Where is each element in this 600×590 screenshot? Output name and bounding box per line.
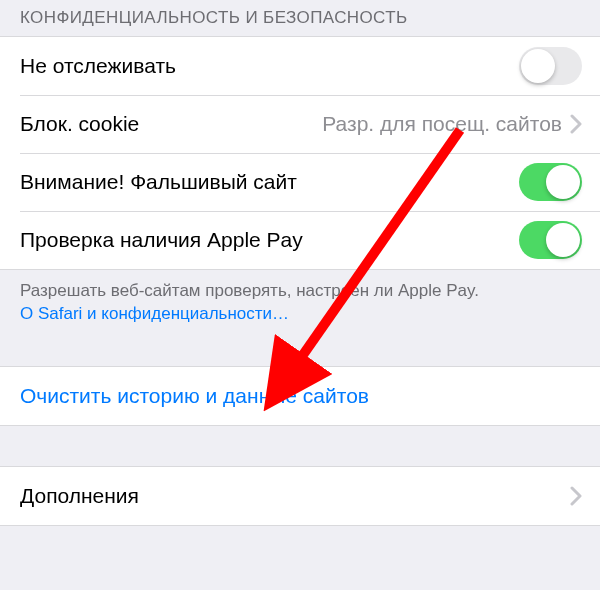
privacy-footer: Разрешать веб-сайтам проверять, настроен… (0, 270, 600, 326)
privacy-group: Не отслеживать Блок. cookie Разр. для по… (0, 36, 600, 270)
spacer (0, 426, 600, 466)
toggle-knob (521, 49, 555, 83)
row-label: Проверка наличия Apple Pay (20, 228, 519, 252)
section-header-privacy: КОНФИДЕНЦИАЛЬНОСТЬ И БЕЗОПАСНОСТЬ (0, 0, 600, 36)
row-label: Не отслеживать (20, 54, 519, 78)
row-extensions[interactable]: Дополнения (0, 467, 600, 525)
row-block-cookies[interactable]: Блок. cookie Разр. для посещ. сайтов (0, 95, 600, 153)
row-value: Разр. для посещ. сайтов (322, 112, 562, 136)
clear-history-label: Очистить историю и данные сайтов (20, 384, 582, 408)
footer-text: Разрешать веб-сайтам проверять, настроен… (20, 281, 479, 300)
row-do-not-track[interactable]: Не отслеживать (0, 37, 600, 95)
toggle-fraud-warning[interactable] (519, 163, 582, 201)
toggle-apple-pay-check[interactable] (519, 221, 582, 259)
spacer (0, 326, 600, 366)
row-label: Блок. cookie (20, 112, 322, 136)
toggle-knob (546, 165, 580, 199)
about-safari-link[interactable]: О Safari и конфиденциальности… (20, 304, 289, 323)
chevron-right-icon (570, 486, 582, 506)
chevron-right-icon (570, 114, 582, 134)
row-label: Внимание! Фальшивый сайт (20, 170, 519, 194)
row-label: Дополнения (20, 484, 570, 508)
toggle-knob (546, 223, 580, 257)
extensions-group: Дополнения (0, 466, 600, 526)
row-clear-history[interactable]: Очистить историю и данные сайтов (0, 367, 600, 425)
clear-history-group: Очистить историю и данные сайтов (0, 366, 600, 426)
toggle-do-not-track[interactable] (519, 47, 582, 85)
row-apple-pay-check[interactable]: Проверка наличия Apple Pay (0, 211, 600, 269)
row-fraud-warning[interactable]: Внимание! Фальшивый сайт (0, 153, 600, 211)
